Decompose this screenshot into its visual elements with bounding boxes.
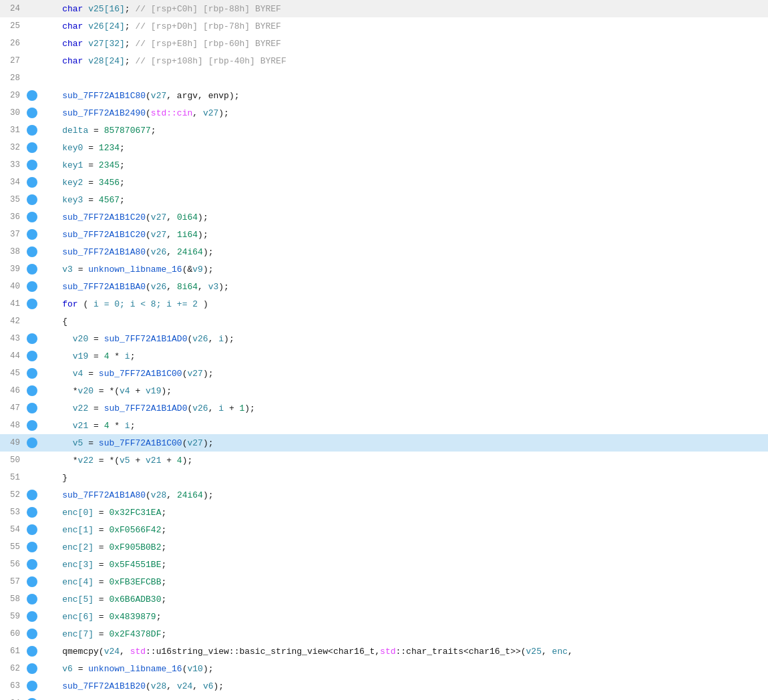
code-text: sub_7FF72A1B1BA0(v26, 8i64, v3);	[40, 282, 768, 292]
table-row[interactable]: 59 enc[6] = 0x4839879;	[0, 608, 768, 625]
code-text: *v22 = *(v5 + v21 + 4);	[40, 456, 768, 466]
breakpoint-indicator[interactable]	[27, 437, 37, 448]
table-row[interactable]: 29 sub_7FF72A1B1C80(v27, argv, envp);	[0, 87, 768, 104]
breakpoint-indicator[interactable]	[27, 594, 37, 604]
line-number: 49	[0, 438, 25, 448]
code-text: key0 = 1234;	[40, 143, 768, 153]
line-number: 39	[0, 265, 25, 274]
table-row[interactable]: 44 v19 = 4 * i;	[0, 347, 768, 365]
breakpoint-indicator[interactable]	[27, 681, 37, 691]
code-text: enc[4] = 0xFB3EFCBB;	[40, 577, 768, 587]
code-text: char v27[32]; // [rsp+E8h] [rbp-60h] BYR…	[40, 39, 768, 49]
code-text: char v25[16]; // [rsp+C0h] [rbp-88h] BYR…	[40, 4, 768, 14]
breakpoint-indicator[interactable]	[27, 264, 37, 275]
breakpoint-indicator[interactable]	[27, 646, 37, 657]
table-row[interactable]: 33 key1 = 2345;	[0, 156, 768, 174]
code-text: sub_7FF72A1B1A80(v26, 24i64);	[40, 247, 768, 257]
breakpoint-indicator[interactable]	[27, 246, 37, 257]
table-row[interactable]: 31 delta = 857870677;	[0, 122, 768, 139]
breakpoint-indicator[interactable]	[27, 299, 37, 309]
table-row[interactable]: 25 char v26[24]; // [rsp+D0h] [rbp-78h] …	[0, 17, 768, 35]
breakpoint-indicator[interactable]	[27, 142, 37, 153]
breakpoint-indicator[interactable]	[27, 90, 37, 101]
breakpoint-indicator[interactable]	[27, 177, 37, 188]
table-row[interactable]: 39 v3 = unknown_libname_16(&v9);	[0, 260, 768, 278]
table-row[interactable]: 34 key2 = 3456;	[0, 174, 768, 191]
breakpoint-indicator[interactable]	[27, 194, 37, 205]
table-row[interactable]: 26 char v27[32]; // [rsp+E8h] [rbp-60h] …	[0, 35, 768, 52]
breakpoint-indicator[interactable]	[27, 559, 37, 570]
breakpoint-indicator[interactable]	[27, 108, 37, 118]
table-row[interactable]: 30 sub_7FF72A1B2490(std::cin, v27);	[0, 104, 768, 122]
table-row[interactable]: 57 enc[4] = 0xFB3EFCBB;	[0, 573, 768, 590]
table-row[interactable]: 55 enc[2] = 0xF905B0B2;	[0, 538, 768, 556]
breakpoint-indicator[interactable]	[27, 333, 37, 344]
table-row[interactable]: 42 {	[0, 313, 768, 330]
table-row[interactable]: 54 enc[1] = 0xF0566F42;	[0, 521, 768, 538]
breakpoint-indicator[interactable]	[27, 576, 37, 587]
table-row[interactable]: 37 sub_7FF72A1B1C20(v27, 1i64);	[0, 226, 768, 243]
line-number: 33	[0, 160, 25, 170]
code-text: {	[40, 317, 768, 327]
code-text: char v28[24]; // [rsp+108h] [rbp-40h] BY…	[40, 56, 768, 66]
breakpoint-indicator[interactable]	[27, 385, 37, 396]
table-row[interactable]: 48 v21 = 4 * i;	[0, 417, 768, 434]
line-number: 62	[0, 664, 25, 673]
breakpoint-indicator[interactable]	[27, 403, 37, 413]
breakpoint-indicator[interactable]	[27, 125, 37, 136]
table-row[interactable]: 38 sub_7FF72A1B1A80(v26, 24i64);	[0, 243, 768, 260]
breakpoint-indicator[interactable]	[27, 281, 37, 292]
table-row[interactable]: 32 key0 = 1234;	[0, 139, 768, 156]
table-row[interactable]: 27 char v28[24]; // [rsp+108h] [rbp-40h]…	[0, 52, 768, 69]
line-number: 56	[0, 560, 25, 569]
code-text: enc[3] = 0x5F4551BE;	[40, 560, 768, 570]
breakpoint-indicator[interactable]	[27, 490, 37, 500]
table-row[interactable]: 47 v22 = sub_7FF72A1B1AD0(v26, i + 1);	[0, 399, 768, 417]
table-row[interactable]: 52 sub_7FF72A1B1A80(v28, 24i64);	[0, 486, 768, 504]
breakpoint-indicator[interactable]	[27, 160, 37, 170]
breakpoint-indicator[interactable]	[27, 629, 37, 639]
table-row[interactable]: 61 qmemcpy(v24, std::u16string_view::bas…	[0, 643, 768, 660]
code-text: v19 = 4 * i;	[40, 351, 768, 361]
table-row[interactable]: 50 *v22 = *(v5 + v21 + 4);	[0, 452, 768, 469]
breakpoint-indicator[interactable]	[27, 368, 37, 379]
table-row[interactable]: 46 *v20 = *(v4 + v19);	[0, 382, 768, 399]
table-row[interactable]: 43 v20 = sub_7FF72A1B1AD0(v26, i);	[0, 330, 768, 347]
breakpoint-indicator[interactable]	[27, 351, 37, 361]
code-text: v6 = unknown_libname_16(v10);	[40, 664, 768, 674]
line-number: 42	[0, 317, 25, 326]
table-row[interactable]: 49 v5 = sub_7FF72A1B1C00(v27);	[0, 434, 768, 452]
table-row[interactable]: 64 sub_7FF72A1B1AD0(v26, 0i64);	[0, 695, 768, 700]
table-row[interactable]: 40 sub_7FF72A1B1BA0(v26, 8i64, v3);	[0, 278, 768, 295]
code-text: enc[6] = 0x4839879;	[40, 612, 768, 622]
table-row[interactable]: 36 sub_7FF72A1B1C20(v27, 0i64);	[0, 208, 768, 226]
table-row[interactable]: 63 sub_7FF72A1B1B20(v28, v24, v6);	[0, 677, 768, 695]
code-text: v21 = 4 * i;	[40, 421, 768, 431]
breakpoint-indicator[interactable]	[27, 542, 37, 552]
line-number: 58	[0, 594, 25, 604]
breakpoint-indicator[interactable]	[27, 229, 37, 240]
table-row[interactable]: 28	[0, 69, 768, 87]
table-row[interactable]: 62 v6 = unknown_libname_16(v10);	[0, 660, 768, 677]
table-row[interactable]: 51 }	[0, 469, 768, 486]
breakpoint-indicator[interactable]	[27, 611, 37, 622]
breakpoint-indicator[interactable]	[27, 663, 37, 674]
table-row[interactable]: 24 char v25[16]; // [rsp+C0h] [rbp-88h] …	[0, 0, 768, 17]
breakpoint-indicator[interactable]	[27, 420, 37, 431]
code-text: sub_7FF72A1B1C80(v27, argv, envp);	[40, 91, 768, 101]
line-number: 41	[0, 299, 25, 309]
line-number: 47	[0, 403, 25, 413]
table-row[interactable]: 60 enc[7] = 0x2F4378DF;	[0, 625, 768, 643]
breakpoint-indicator[interactable]	[27, 524, 37, 535]
breakpoint-indicator[interactable]	[27, 212, 37, 222]
table-row[interactable]: 41 for ( i = 0; i < 8; i += 2 )	[0, 295, 768, 313]
table-row[interactable]: 35 key3 = 4567;	[0, 191, 768, 208]
table-row[interactable]: 56 enc[3] = 0x5F4551BE;	[0, 556, 768, 573]
code-text: v22 = sub_7FF72A1B1AD0(v26, i + 1);	[40, 403, 768, 413]
table-row[interactable]: 53 enc[0] = 0x32FC31EA;	[0, 504, 768, 521]
line-number: 25	[0, 21, 25, 31]
code-text: key3 = 4567;	[40, 195, 768, 205]
table-row[interactable]: 45 v4 = sub_7FF72A1B1C00(v27);	[0, 365, 768, 382]
table-row[interactable]: 58 enc[5] = 0x6B6ADB30;	[0, 590, 768, 608]
breakpoint-indicator[interactable]	[27, 507, 37, 518]
